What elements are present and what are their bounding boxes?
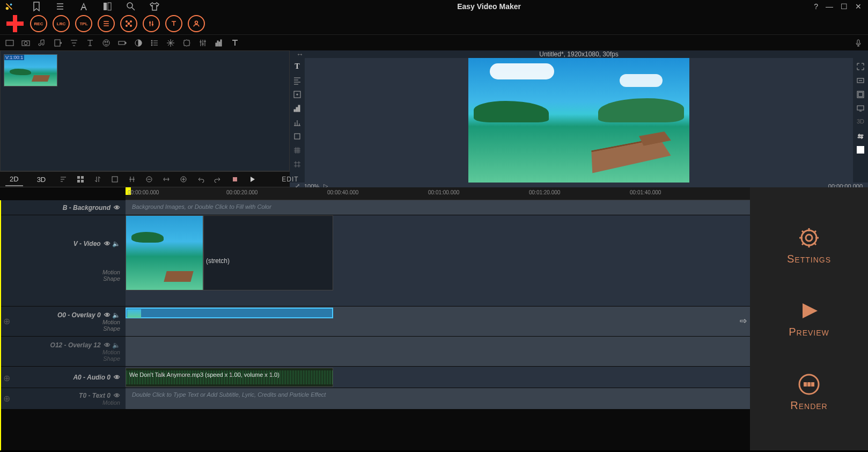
battery-icon[interactable]	[118, 39, 127, 47]
preview-label: REVIEW	[797, 329, 829, 337]
record-button[interactable]: REC	[30, 15, 47, 32]
audio-clip[interactable]: We Don't Talk Anymore.mp3 (speed x 1.00,…	[126, 368, 333, 387]
track-audio0[interactable]: We Don't Talk Anymore.mp3 (speed x 1.00,…	[126, 367, 750, 388]
mic-icon[interactable]	[854, 39, 863, 47]
minimize-button[interactable]: —	[823, 2, 835, 11]
text-t-icon[interactable]: T	[293, 62, 301, 71]
track-label-video[interactable]: V - Video👁 🔈 Motion Shape	[0, 215, 126, 306]
text-t-icon[interactable]	[231, 39, 239, 47]
align-icon[interactable]	[293, 76, 301, 85]
media-bin[interactable]: V:1:00:1	[0, 50, 290, 171]
track-label-audio0[interactable]: A0 - Audio 0👁	[0, 367, 126, 388]
track-label-overlay12[interactable]: O12 - Overlay 12👁 🔈 Motion Shape	[0, 337, 126, 366]
maximize-button[interactable]: ☐	[838, 2, 850, 11]
zoom-out-icon[interactable]	[145, 176, 153, 183]
aspect-icon[interactable]	[856, 90, 865, 99]
redo-icon[interactable]	[214, 176, 222, 183]
search-icon[interactable]	[126, 1, 136, 12]
playhead-line[interactable]	[0, 200, 1, 450]
3d-icon[interactable]: 3D	[856, 118, 865, 127]
tune-icon[interactable]	[198, 39, 207, 47]
add-track-button[interactable]: ⊕	[3, 373, 10, 383]
zoom-in-icon[interactable]	[180, 176, 187, 183]
columns-icon[interactable]	[102, 1, 113, 12]
text-style-icon[interactable]	[86, 39, 94, 47]
tab-3d[interactable]: 3D	[33, 173, 50, 186]
add-button[interactable]	[5, 14, 25, 33]
bookmark-icon[interactable]	[31, 1, 42, 12]
fit-icon[interactable]	[856, 76, 865, 85]
track-video[interactable]: (stretch)	[126, 215, 750, 306]
media-thumbnail[interactable]: V:1:00:1	[4, 54, 57, 86]
video-clip[interactable]	[126, 215, 203, 290]
svg-point-21	[151, 40, 152, 41]
settings-button[interactable]: SETTINGS	[787, 226, 831, 265]
music-icon[interactable]	[38, 39, 46, 47]
track-background[interactable]: Background Images, or Double Click to Fi…	[126, 200, 750, 215]
preview-button[interactable]: PREVIEW	[789, 299, 829, 338]
tpl-button[interactable]: TPL	[75, 15, 92, 32]
contrast-icon[interactable]	[134, 39, 143, 47]
equalizer-icon[interactable]	[215, 39, 223, 47]
expand-icon[interactable]	[856, 62, 865, 71]
svg-rect-33	[295, 134, 300, 139]
filter-icon[interactable]	[70, 39, 78, 47]
help-button[interactable]: ?	[812, 2, 820, 11]
preview-canvas[interactable]	[305, 58, 853, 183]
list-icon[interactable]	[55, 1, 65, 12]
adjust-button[interactable]	[143, 15, 160, 32]
font-icon[interactable]	[78, 1, 89, 12]
track-overlay12[interactable]	[126, 337, 750, 366]
stop-icon[interactable]	[231, 176, 239, 183]
effect-button[interactable]	[120, 15, 137, 32]
updown-icon[interactable]	[94, 176, 101, 183]
svg-rect-41	[81, 180, 84, 183]
track-label-text0[interactable]: T0 - Text 0👁 Motion	[0, 388, 126, 409]
color-swatch[interactable]	[857, 146, 864, 154]
resize-icon[interactable]	[293, 90, 301, 99]
user-button[interactable]	[188, 15, 205, 32]
svg-rect-37	[857, 106, 864, 110]
play-icon[interactable]	[248, 176, 256, 183]
list2-icon[interactable]	[150, 39, 159, 47]
sort-icon[interactable]	[60, 176, 67, 183]
menu-edit[interactable]: EDIT	[282, 176, 298, 183]
undo-icon[interactable]	[197, 176, 204, 183]
tab-2d[interactable]: 2D	[5, 173, 23, 186]
track-overlay0[interactable]	[126, 307, 750, 336]
add-track-button[interactable]: ⊕	[3, 316, 10, 326]
timeline-ruler[interactable]: 00:00:00.000 00:00:20.000 00:00:40.000 0…	[126, 187, 750, 200]
snowflake-icon[interactable]	[166, 39, 175, 47]
playlist-button[interactable]	[98, 15, 115, 32]
track-label-background[interactable]: B - Background👁	[0, 200, 126, 215]
swap-icon[interactable]	[856, 132, 865, 141]
export-icon[interactable]	[54, 39, 62, 47]
lrc-button[interactable]: LRC	[53, 15, 70, 32]
snap-icon[interactable]	[128, 176, 136, 183]
grid-view-icon[interactable]	[77, 176, 84, 183]
close-button[interactable]: ✕	[853, 2, 864, 11]
grid-icon[interactable]	[293, 146, 301, 155]
text-tool-button[interactable]	[165, 15, 182, 32]
shirt-icon[interactable]	[149, 1, 160, 12]
track-text0[interactable]: Double Click to Type Text or Add Subtitl…	[126, 388, 750, 409]
resize-arrow-icon[interactable]: ↔	[296, 50, 304, 59]
expand-arrow-icon[interactable]: ⇨	[740, 316, 747, 326]
camera-icon[interactable]	[21, 39, 30, 47]
grid2-icon[interactable]	[293, 160, 301, 169]
puzzle-icon[interactable]	[182, 39, 191, 47]
crop-icon[interactable]	[293, 132, 301, 141]
bars-icon[interactable]	[293, 104, 301, 113]
video-icon[interactable]	[5, 39, 14, 47]
chart-icon[interactable]	[293, 118, 301, 127]
svg-point-4	[127, 3, 133, 8]
track-label-overlay0[interactable]: O0 - Overlay 0👁 🔈 Motion Shape	[0, 307, 126, 336]
square-icon[interactable]	[111, 176, 119, 183]
svg-point-9	[130, 25, 131, 26]
overlay-clip[interactable]	[126, 308, 333, 318]
fit-timeline-icon[interactable]	[163, 176, 170, 183]
render-button[interactable]: RENDER	[790, 373, 827, 412]
svg-rect-18	[119, 41, 125, 45]
emoji-icon[interactable]	[102, 39, 111, 47]
screen-icon[interactable]	[856, 104, 865, 113]
